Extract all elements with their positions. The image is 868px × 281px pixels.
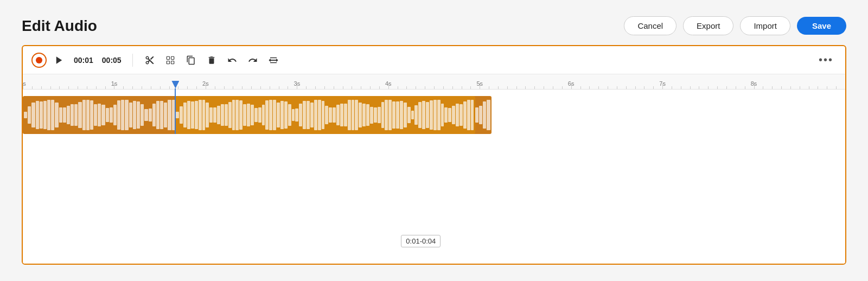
- ruler-tick-minor: [68, 86, 69, 89]
- export-button[interactable]: Export: [683, 16, 733, 35]
- ruler-tick-minor: [123, 86, 124, 89]
- waveform-bar: [187, 101, 190, 129]
- ruler-label: 5s: [476, 80, 483, 87]
- waveform-bar: [247, 104, 250, 126]
- waveform-bar: [117, 100, 120, 129]
- timeline-area: 0s1s2s3s4s5s6s7s8s 0:01-0:04: [23, 74, 845, 264]
- waveform-bar: [225, 104, 228, 126]
- svg-rect-4: [171, 61, 174, 63]
- ruler-tick-minor: [251, 86, 252, 89]
- waveform-bar: [28, 106, 31, 124]
- waveform-bar: [452, 106, 455, 125]
- waveform-bar: [144, 109, 148, 120]
- ruler-tick-minor: [525, 86, 526, 89]
- ruler-inner: 0s1s2s3s4s5s6s7s8s: [23, 74, 845, 89]
- import-button[interactable]: Import: [740, 16, 790, 35]
- waveform-bar: [101, 105, 105, 125]
- ruler-tick-minor: [379, 86, 380, 89]
- waveform-bar: [329, 107, 332, 123]
- svg-rect-3: [167, 61, 169, 63]
- trim-button[interactable]: [162, 53, 178, 67]
- waveform-bar: [352, 100, 355, 130]
- ruler-tick-minor: [653, 86, 654, 89]
- record-button[interactable]: [31, 53, 47, 68]
- fit-button[interactable]: [265, 53, 282, 67]
- trim-icon: [165, 55, 175, 65]
- waveform-bar: [221, 104, 224, 126]
- waveform-selected-segment[interactable]: [175, 96, 475, 134]
- waveform-bar: [209, 107, 213, 122]
- more-button[interactable]: •••: [815, 52, 837, 68]
- ruler-tick-minor: [306, 86, 307, 89]
- waveform-bar: [344, 104, 347, 126]
- ruler-tick-minor: [260, 86, 261, 89]
- waveform-bar: [303, 101, 306, 129]
- waveform-bar: [258, 107, 261, 123]
- waveform-bar: [355, 100, 358, 130]
- ruler-tick-minor: [690, 86, 691, 89]
- redo-button[interactable]: [245, 53, 261, 67]
- ruler-tick-minor: [443, 86, 444, 89]
- undo-button[interactable]: [224, 53, 240, 67]
- waveform-bar: [459, 104, 463, 126]
- waveform-bar: [168, 100, 171, 130]
- waveform-area[interactable]: 0:01-0:04: [23, 90, 845, 264]
- waveform-bar: [400, 101, 403, 129]
- waveform-bar: [262, 105, 265, 125]
- waveform-bar: [183, 103, 187, 128]
- ruler-tick-minor: [416, 86, 416, 89]
- ruler-tick-minor: [169, 86, 170, 89]
- ruler-tick-minor: [507, 86, 508, 89]
- copy-button[interactable]: [183, 53, 199, 67]
- cancel-button[interactable]: Cancel: [624, 16, 676, 35]
- waveform-bar: [251, 105, 254, 125]
- waveform-bar: [176, 112, 179, 118]
- cut-button[interactable]: [142, 53, 158, 67]
- delete-button[interactable]: [203, 53, 220, 67]
- ruler-tick-minor: [270, 86, 270, 89]
- waveform-bar: [362, 104, 366, 126]
- ruler-tick-minor: [78, 86, 78, 89]
- playhead[interactable]: [175, 88, 176, 134]
- waveform-bar: [36, 101, 39, 129]
- more-icon: •••: [819, 54, 833, 66]
- waveform-bar: [31, 103, 35, 128]
- waveform-bar: [43, 101, 47, 129]
- ruler-tick-minor: [398, 86, 398, 89]
- waveform-bar: [71, 104, 74, 126]
- ruler-label: 0s: [23, 80, 26, 87]
- waveform-bar: [288, 104, 291, 125]
- waveform-bar: [254, 108, 258, 122]
- waveform-bar: [487, 100, 490, 130]
- waveform-bar: [310, 103, 314, 128]
- ruler-tick-minor: [50, 86, 51, 89]
- waveform-bar: [325, 106, 328, 125]
- ruler-label: 2s: [202, 80, 209, 87]
- waveform-bar: [407, 107, 411, 123]
- ruler-tick-minor: [672, 86, 672, 89]
- ruler-tick-minor: [818, 86, 818, 89]
- ruler-tick-minor: [635, 86, 636, 89]
- waveform-bar: [228, 102, 232, 128]
- ruler-tick-minor: [553, 86, 553, 89]
- save-button[interactable]: Save: [797, 17, 846, 35]
- audio-track: [23, 96, 845, 134]
- waveform-bar: [322, 101, 325, 129]
- ruler-tick-minor: [87, 86, 87, 89]
- total-time: 00:05: [102, 56, 122, 65]
- page-title: Edit Audio: [22, 17, 97, 35]
- waveform-bar: [164, 103, 167, 128]
- ruler-tick-minor: [827, 86, 827, 89]
- waveform-bar: [273, 100, 276, 130]
- waveform-bar: [67, 106, 70, 124]
- waveform-bar: [90, 100, 93, 130]
- waveform-bar: [414, 105, 418, 124]
- waveform-bar: [483, 101, 486, 129]
- waveform-bar: [82, 100, 86, 130]
- ruler-tick-minor: [800, 86, 800, 89]
- waveform-bar: [265, 100, 269, 129]
- ruler-tick-minor: [288, 86, 288, 89]
- ruler-tick-minor: [809, 86, 809, 89]
- play-button[interactable]: [51, 53, 67, 67]
- waveform-bar: [199, 100, 202, 130]
